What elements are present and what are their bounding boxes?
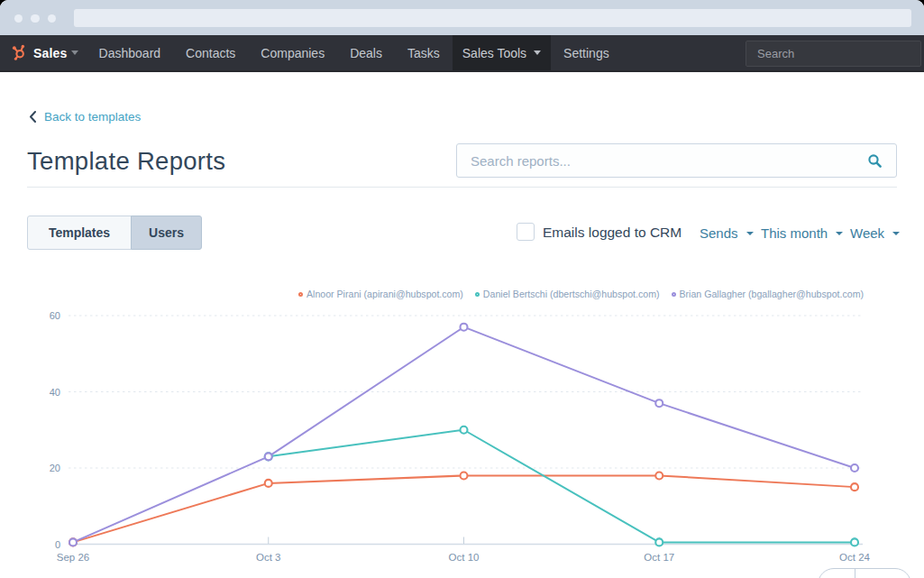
nav-items: Dashboard Contacts Companies Deals Tasks… [87, 35, 622, 70]
section-divider [27, 187, 897, 188]
sales-tools-caret-icon [534, 50, 541, 55]
nav-item-label: Sales Tools [462, 46, 526, 60]
filter-date-range-dropdown[interactable]: This month [761, 225, 843, 241]
nav-item-label: Tasks [407, 46, 440, 60]
nav-item-companies[interactable]: Companies [248, 35, 337, 70]
brand-label: Sales [33, 46, 68, 60]
filter-sends-label: Sends [700, 225, 738, 241]
nav-search-input[interactable] [746, 41, 921, 67]
filter-interval-dropdown[interactable]: Week [850, 225, 900, 241]
legend-item-label: Daniel Bertschi (dbertschi@hubspot.com) [483, 289, 660, 299]
nav-item-label: Companies [261, 46, 325, 60]
nav-item-label: Deals [350, 46, 382, 60]
filter-date-range-label: This month [761, 225, 828, 241]
app-navbar: Sales Dashboard Contacts Companies Deals… [0, 35, 924, 72]
nav-item-deals[interactable]: Deals [337, 35, 395, 70]
legend-marker-purple-icon [672, 292, 676, 297]
back-to-templates-link[interactable]: Back to templates [29, 110, 141, 124]
legend-marker-teal-icon [475, 292, 480, 297]
emails-logged-label: Emails logged to CRM [543, 225, 682, 241]
toggle-templates-label: Templates [49, 225, 110, 240]
legend-item-brian-gallagher[interactable]: Brian Gallagher (bgallagher@hubspot.com) [672, 289, 865, 299]
window-button-maximize[interactable] [48, 14, 56, 23]
nav-item-label: Dashboard [99, 46, 161, 60]
legend-item-alnoor-pirani[interactable]: Alnoor Pirani (apirani@hubspot.com) [298, 289, 463, 299]
legend-item-label: Alnoor Pirani (apirani@hubspot.com) [306, 289, 463, 299]
legend-item-daniel-bertschi[interactable]: Daniel Bertschi (dbertschi@hubspot.com) [475, 289, 660, 299]
filter-sends-dropdown[interactable]: Sends [700, 225, 754, 241]
pager-divider [855, 569, 855, 578]
legend-marker-orange-icon [298, 292, 303, 297]
toggle-users-label: Users [149, 225, 184, 240]
back-chevron-icon [29, 111, 36, 123]
nav-item-sales-tools[interactable]: Sales Tools [453, 35, 551, 70]
browser-address-bar[interactable] [74, 9, 911, 28]
page-title: Template Reports [27, 147, 225, 176]
brand-caret-icon [71, 50, 78, 55]
nav-item-label: Settings [563, 46, 609, 60]
date-range-caret-icon [836, 232, 843, 235]
nav-item-contacts[interactable]: Contacts [173, 35, 248, 70]
toggle-templates-button[interactable]: Templates [27, 216, 132, 250]
emails-logged-checkbox[interactable] [517, 223, 535, 241]
sends-caret-icon [746, 232, 754, 235]
toggle-users-button[interactable]: Users [131, 216, 202, 250]
browser-window: Sales Dashboard Contacts Companies Deals… [0, 0, 924, 578]
filter-interval-label: Week [850, 225, 884, 241]
pager-control[interactable] [818, 568, 911, 578]
legend-item-label: Brian Gallagher (bgallagher@hubspot.com) [680, 289, 865, 299]
nav-item-label: Contacts [186, 46, 235, 60]
chart-legend: Alnoor Pirani (apirani@hubspot.com) Dani… [0, 289, 864, 299]
window-button-minimize[interactable] [31, 14, 39, 23]
report-search-input[interactable] [456, 143, 897, 178]
nav-item-tasks[interactable]: Tasks [395, 35, 453, 70]
window-button-close[interactable] [14, 14, 23, 23]
interval-caret-icon [892, 232, 900, 235]
nav-item-settings[interactable]: Settings [551, 35, 622, 70]
back-link-label: Back to templates [44, 110, 141, 124]
nav-item-dashboard[interactable]: Dashboard [87, 35, 174, 70]
search-icon[interactable] [867, 153, 883, 169]
browser-chrome [0, 0, 924, 35]
brand-menu[interactable]: Sales [0, 35, 78, 70]
hubspot-sprocket-icon [12, 44, 29, 61]
